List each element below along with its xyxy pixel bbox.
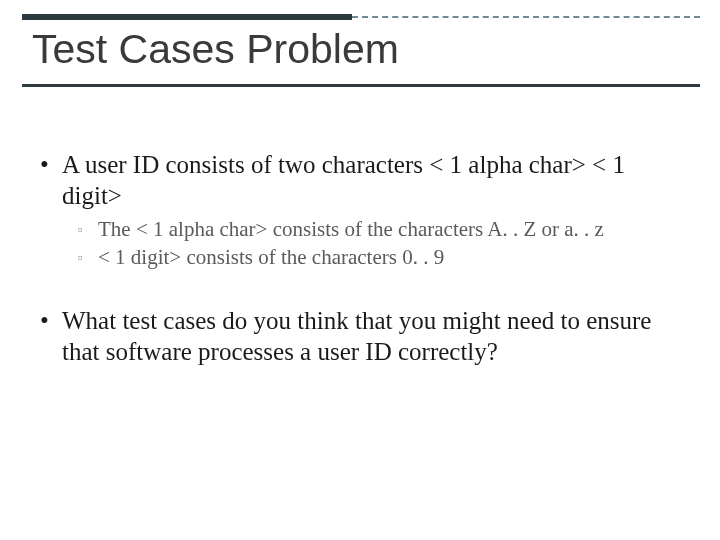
slide-body: • A user ID consists of two characters <… bbox=[40, 150, 680, 373]
bullet-marker-dot-icon: • bbox=[40, 150, 62, 211]
bullet-text: What test cases do you think that you mi… bbox=[62, 306, 680, 367]
bullet-marker-square-icon: ▫ bbox=[78, 217, 98, 243]
slide-title: Test Cases Problem bbox=[32, 26, 399, 73]
bullet-text: < 1 digit> consists of the characters 0.… bbox=[98, 245, 444, 271]
bullet-text: A user ID consists of two characters < 1… bbox=[62, 150, 680, 211]
bullet-level1: • A user ID consists of two characters <… bbox=[40, 150, 680, 211]
bullet-text: The < 1 alpha char> consists of the char… bbox=[98, 217, 604, 243]
bullet-marker-dot-icon: • bbox=[40, 306, 62, 367]
bullet-marker-square-icon: ▫ bbox=[78, 245, 98, 271]
bullet-level1: • What test cases do you think that you … bbox=[40, 306, 680, 367]
top-bar-dark bbox=[22, 14, 352, 20]
title-underline bbox=[22, 84, 700, 87]
slide: Test Cases Problem • A user ID consists … bbox=[0, 0, 720, 540]
spacer bbox=[40, 272, 680, 306]
bullet-level2: ▫ The < 1 alpha char> consists of the ch… bbox=[78, 217, 680, 243]
top-bar-dashed bbox=[352, 16, 700, 18]
top-decoration bbox=[22, 14, 700, 20]
bullet-level2: ▫ < 1 digit> consists of the characters … bbox=[78, 245, 680, 271]
